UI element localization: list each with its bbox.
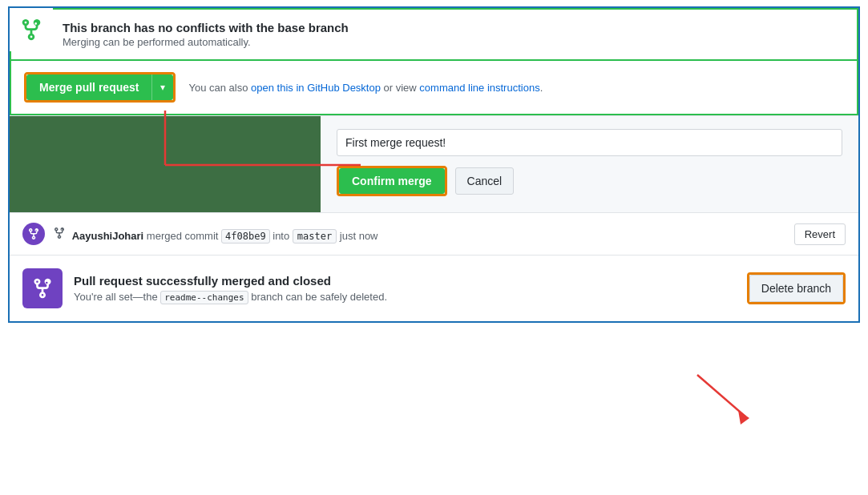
merged-info-section: AayushiJohari merged commit 4f08be9 into… (10, 212, 858, 255)
success-subtitle: You're all set—the readme--changes branc… (74, 291, 736, 303)
commit-hash: 4f08be9 (221, 229, 270, 243)
no-conflicts-section: This branch has no conflicts with the ba… (10, 8, 858, 61)
merged-username: AayushiJohari (72, 230, 144, 242)
deleted-branch-name: readme--changes (160, 291, 248, 304)
subtitle-suffix: branch can be safely deleted. (248, 291, 387, 303)
no-conflicts-text: This branch has no conflicts with the ba… (63, 21, 349, 48)
command-line-link[interactable]: command line instructions (419, 82, 539, 94)
merge-helper-text: You can also open this in GitHub Desktop… (188, 82, 543, 94)
confirm-merge-section: Confirm merge Cancel (10, 115, 858, 212)
into-text: into (273, 230, 293, 242)
no-conflicts-subtitle: Merging can be performed automatically. (63, 36, 349, 48)
confirm-right-panel: Confirm merge Cancel (321, 116, 858, 212)
svg-line-3 (697, 375, 745, 417)
success-section: Pull request successfully merged and clo… (10, 255, 858, 321)
success-text: Pull request successfully merged and clo… (74, 274, 736, 303)
delete-branch-orange-border: Delete branch (747, 272, 846, 304)
subtitle-prefix: You're all set—the (74, 291, 160, 303)
no-conflicts-title: This branch has no conflicts with the ba… (63, 21, 349, 34)
merge-commit-icon (53, 227, 66, 239)
helper-mid: or view (381, 82, 419, 94)
github-desktop-link[interactable]: open this in GitHub Desktop (251, 82, 381, 94)
revert-button[interactable]: Revert (794, 223, 846, 245)
confirm-left-panel (10, 116, 321, 212)
cancel-button[interactable]: Cancel (455, 167, 515, 195)
success-title: Pull request successfully merged and clo… (74, 274, 736, 288)
merge-success-icon (31, 277, 54, 300)
merge-icon-purple-bg (22, 268, 63, 308)
merge-pull-request-button[interactable]: Merge pull request (26, 74, 151, 100)
git-icon-topleft (8, 6, 53, 51)
helper-suffix: . (540, 82, 543, 94)
merged-action: merged commit (147, 230, 221, 242)
user-avatar (22, 223, 45, 245)
commit-message-input[interactable] (337, 129, 842, 156)
branch-name: master (293, 229, 337, 243)
svg-marker-4 (738, 410, 749, 425)
git-merge-icon-topleft (19, 18, 43, 42)
helper-prefix: You can also (188, 82, 251, 94)
merge-section: Merge pull request ▾ You can also open t… (10, 59, 858, 115)
time-value: just now (340, 230, 378, 242)
confirm-actions: Confirm merge Cancel (337, 166, 842, 196)
merge-btn-orange-border: Merge pull request ▾ (24, 72, 176, 103)
confirm-merge-button[interactable]: Confirm merge (339, 168, 445, 194)
confirm-merge-orange-border: Confirm merge (337, 166, 447, 196)
merge-dropdown-button[interactable]: ▾ (151, 74, 173, 100)
merged-text: AayushiJohari merged commit 4f08be9 into… (53, 227, 786, 242)
merge-icon-small (27, 227, 40, 240)
delete-branch-button[interactable]: Delete branch (749, 275, 843, 302)
